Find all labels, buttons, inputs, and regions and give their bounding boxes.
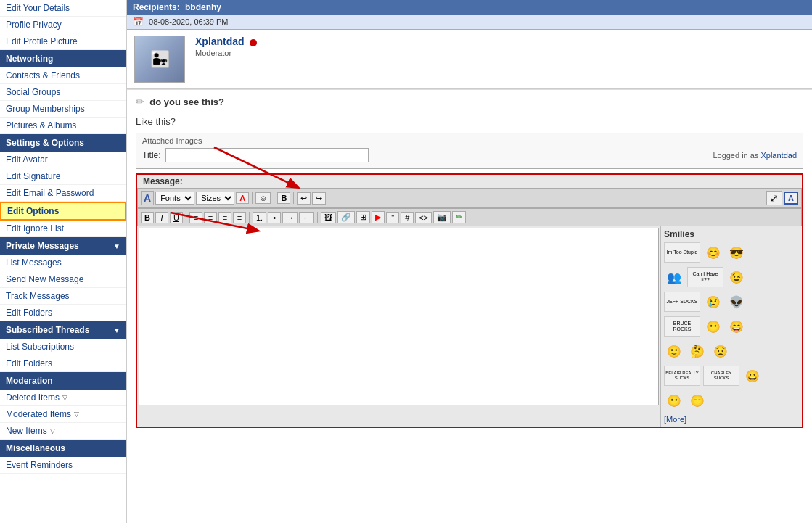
insert-video-btn[interactable]: ▶ [372,211,385,223]
sidebar-item-deleted-items[interactable]: Deleted Items ▽ [0,390,126,406]
smiley-custom-canihave[interactable]: Can I Have It?? [687,267,723,287]
italic-btn[interactable]: I [155,212,168,223]
smiley-plain[interactable]: 🙂 [664,341,684,361]
sidebar-item-edit-folders-sub[interactable]: Edit Folders [0,355,126,372]
title-row: Title: Logged in as Xplantdad [142,148,797,162]
align-center-btn[interactable]: ≡ [204,212,217,223]
smiley-custom-charley[interactable]: CHARLEY SUCKS [703,366,739,386]
sidebar-item-edit-folders-pm[interactable]: Edit Folders [0,305,126,321]
redo-button[interactable]: ↪ [312,192,326,205]
username-link[interactable]: Xplantdad [195,36,245,47]
sidebar-item-new-items[interactable]: New Items ▽ [0,423,126,440]
sidebar-item-contacts-friends[interactable]: Contacts & Friends [0,67,126,84]
sidebar-item-list-messages[interactable]: List Messages [0,255,126,271]
smiley-cool[interactable]: 😎 [726,242,747,263]
message-label: Message: [140,175,186,188]
online-indicator [250,39,257,46]
message-textarea[interactable] [139,228,659,405]
smiley-alien[interactable]: 👽 [726,292,747,312]
insert-image-btn[interactable]: 🖼 [321,212,336,223]
img-btn2[interactable]: 📷 [433,211,451,223]
sidebar-item-edit-options[interactable]: Edit Options [0,202,126,221]
avatar: 👨‍👧 [134,36,185,83]
title-input[interactable] [165,148,369,162]
sidebar-section-private-messages[interactable]: Private Messages ▼ [0,237,126,255]
eraser-btn[interactable]: ✏ [452,211,466,223]
sidebar-item-pictures-albums[interactable]: Pictures & Albums [0,118,126,134]
underline-btn[interactable]: U [170,212,183,223]
smiley-sad[interactable]: 😢 [703,292,723,312]
smiley-smile[interactable]: 😊 [703,242,723,263]
smiley-wink[interactable]: 😉 [726,267,747,287]
sidebar-item-moderated-items[interactable]: Moderated Items ▽ [0,406,126,423]
sidebar-section-miscellaneous: Miscellaneous [0,440,126,457]
post-body: 👨‍👧 Xplantdad Moderator [127,30,812,89]
font-a-button[interactable]: A [784,192,798,205]
recipients-bar: Recipients: bbdenhy [127,0,812,15]
recipients-value: bbdenhy [185,2,221,12]
recipients-label: Recipients: [133,2,180,12]
smilies-more-link[interactable]: [More] [664,415,799,424]
editor-toolbar-row2: B I U ≡ ≡ ≡ ≡ 1. • → ← 🖼 🔗 ⊞ ▶ " # [137,208,802,226]
smilies-row-4: BRUCE ROCKS 😐 😄 [664,316,799,337]
code-btn[interactable]: <> [415,212,432,223]
smiley-meh2[interactable]: 😑 [687,390,708,411]
pencil-icon: ✏ [136,96,144,107]
sidebar-item-event-reminders[interactable]: Event Reminders [0,457,126,474]
expand-button[interactable]: ⤢ [766,191,782,205]
smilies-row-7: 😶 😑 [664,390,799,411]
sidebar-item-edit-avatar[interactable]: Edit Avatar [0,152,126,168]
undo-button[interactable]: ↩ [297,192,311,205]
smiley-custom-jeff[interactable]: JEFF SUCKS [664,292,700,312]
font-color-button[interactable]: A [236,192,249,204]
smiley-custom-belair[interactable]: BELAIR REALLY SUCKS [664,366,700,386]
size-select[interactable]: Sizes [196,192,234,205]
new-items-arrow: ▽ [50,427,55,435]
sidebar-section-moderation: Moderation [0,372,126,390]
smiley-happy[interactable]: 😄 [726,316,747,337]
subscribed-threads-arrow: ▼ [113,326,120,334]
sidebar-item-edit-ignore-list[interactable]: Edit Ignore List [0,221,126,237]
sidebar-item-edit-profile-picture[interactable]: Edit Profile Picture [0,33,126,50]
sidebar-item-social-groups[interactable]: Social Groups [0,84,126,101]
indent-btn[interactable]: → [282,212,298,223]
sidebar-item-send-new-message[interactable]: Send New Message [0,271,126,288]
insert-quote-btn[interactable]: " [386,212,399,223]
logged-in-user-link[interactable]: Xplantdad [760,151,797,160]
align-right-btn[interactable]: ≡ [218,212,231,223]
sep1 [252,192,253,204]
ol-btn[interactable]: 1. [253,212,266,223]
smiley-dots[interactable]: 😐 [703,316,723,337]
smiley-grin[interactable]: 😀 [742,366,763,386]
sidebar-item-list-subscriptions[interactable]: List Subscriptions [0,339,126,355]
smiley-group[interactable]: 👥 [664,267,684,287]
insert-link-btn[interactable]: 🔗 [337,211,355,223]
hash-btn[interactable]: # [401,212,414,223]
bold-button[interactable]: B [277,192,290,204]
sidebar-item-track-messages[interactable]: Track Messages [0,288,126,305]
smiley-custom-stupid[interactable]: Im Too Stupid [664,242,700,263]
align-left-btn[interactable]: ≡ [189,212,202,223]
insert-table-btn[interactable]: ⊞ [356,211,370,223]
smiley-button[interactable]: ☺ [255,192,271,204]
attached-images-legend: Attached Images [142,136,797,145]
sidebar-section-subscribed-threads[interactable]: Subscribed Threads ▼ [0,321,126,339]
smiley-custom-bruce[interactable]: BRUCE ROCKS [664,316,700,337]
sidebar-item-edit-email-password[interactable]: Edit Email & Password [0,185,126,202]
main-content: Recipients: bbdenhy 📅 08-08-2020, 06:39 … [127,0,812,523]
outdent-btn[interactable]: ← [299,212,314,223]
bold-btn2[interactable]: B [141,212,154,223]
smiley-meh1[interactable]: 😶 [664,390,684,411]
ul-btn[interactable]: • [268,212,281,223]
sidebar-item-edit-your-details[interactable]: Edit Your Details [0,0,126,17]
sep4 [186,212,186,223]
sidebar-item-edit-signature[interactable]: Edit Signature [0,168,126,185]
sep6 [317,212,318,223]
sidebar-item-profile-privacy[interactable]: Profile Privacy [0,17,126,33]
font-select[interactable]: Fonts [155,192,194,205]
smiley-think[interactable]: 🤔 [687,341,708,361]
post-text: do you see this? [149,96,224,107]
sidebar-item-group-memberships[interactable]: Group Memberships [0,101,126,118]
align-justify-btn[interactable]: ≡ [233,212,246,223]
smiley-uneasy[interactable]: 😟 [710,341,731,361]
